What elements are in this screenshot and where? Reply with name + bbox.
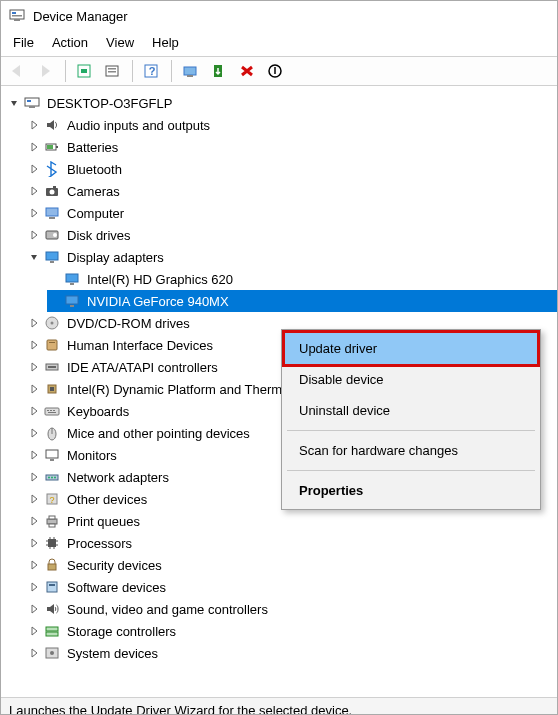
expand-icon[interactable]	[27, 448, 41, 462]
disable-button[interactable]	[262, 59, 288, 83]
category-label: System devices	[67, 646, 158, 661]
svg-rect-31	[70, 283, 74, 285]
expand-icon[interactable]	[27, 624, 41, 638]
tree-row-cat-16[interactable]: Print queues	[27, 510, 557, 532]
context-item-uninstall-device[interactable]: Uninstall device	[285, 395, 537, 426]
status-text: Launches the Update Driver Wizard for th…	[9, 703, 352, 716]
tree-row-cat-17[interactable]: Processors	[27, 532, 557, 554]
expand-icon[interactable]	[27, 426, 41, 440]
expand-icon[interactable]	[27, 646, 41, 660]
svg-rect-61	[48, 564, 56, 570]
forward-button[interactable]	[33, 59, 59, 83]
tree-row-cat-2[interactable]: Bluetooth	[27, 158, 557, 180]
display-icon	[63, 293, 81, 309]
svg-rect-33	[70, 305, 74, 307]
expand-icon[interactable]	[27, 536, 41, 550]
tree-row-cat-5[interactable]: Disk drives	[27, 224, 557, 246]
expand-icon[interactable]	[27, 602, 41, 616]
collapse-icon[interactable]	[7, 96, 21, 110]
context-item-disable-device[interactable]: Disable device	[285, 364, 537, 395]
category-label: Mice and other pointing devices	[67, 426, 250, 441]
tree-row-cat-1[interactable]: Batteries	[27, 136, 557, 158]
back-button[interactable]	[5, 59, 31, 83]
expand-icon[interactable]	[27, 140, 41, 154]
tree-row-root[interactable]: DESKTOP-O3FGFLP	[7, 92, 557, 114]
svg-rect-0	[10, 10, 24, 19]
svg-rect-39	[48, 366, 56, 368]
svg-rect-16	[27, 100, 31, 102]
display-icon	[63, 271, 81, 287]
menu-bar: File Action View Help	[1, 31, 557, 56]
category-label: Security devices	[67, 558, 162, 573]
expand-icon[interactable]	[27, 316, 41, 330]
svg-rect-7	[108, 68, 116, 70]
svg-point-53	[51, 477, 53, 479]
category-label: IDE ATA/ATAPI controllers	[67, 360, 218, 375]
svg-text:?: ?	[49, 495, 54, 505]
expand-icon[interactable]	[27, 558, 41, 572]
expand-icon[interactable]	[27, 382, 41, 396]
svg-rect-49	[46, 450, 58, 458]
tree-row-cat-6-child-1[interactable]: NVIDIA GeForce 940MX	[47, 290, 557, 312]
expand-icon[interactable]	[27, 228, 41, 242]
svg-text:?: ?	[149, 65, 156, 77]
expand-icon[interactable]	[27, 206, 41, 220]
svg-rect-30	[66, 274, 78, 282]
tree-row-cat-22[interactable]: System devices	[27, 642, 557, 664]
expand-icon[interactable]	[27, 514, 41, 528]
svg-rect-58	[49, 516, 55, 519]
expand-icon[interactable]	[27, 580, 41, 594]
context-item-scan-for-hardware-changes[interactable]: Scan for hardware changes	[285, 435, 537, 466]
tree-row-cat-3[interactable]: Cameras	[27, 180, 557, 202]
help-button[interactable]: ?	[139, 59, 165, 83]
expand-icon[interactable]	[27, 118, 41, 132]
scan-hardware-button[interactable]	[178, 59, 204, 83]
svg-rect-23	[53, 186, 56, 188]
cdrom-icon	[43, 315, 61, 331]
category-label: Bluetooth	[67, 162, 122, 177]
context-item-properties[interactable]: Properties	[285, 475, 537, 506]
category-label: Storage controllers	[67, 624, 176, 639]
svg-rect-50	[50, 459, 54, 461]
svg-rect-46	[48, 412, 56, 413]
update-driver-button[interactable]	[206, 59, 232, 83]
collapse-icon[interactable]	[27, 250, 41, 264]
expand-icon[interactable]	[27, 360, 41, 374]
toolbar: ?	[1, 56, 557, 86]
svg-rect-1	[12, 12, 16, 14]
tree-row-cat-20[interactable]: Sound, video and game controllers	[27, 598, 557, 620]
expand-icon[interactable]	[27, 162, 41, 176]
system-icon	[43, 645, 61, 661]
tree-row-cat-4[interactable]: Computer	[27, 202, 557, 224]
svg-rect-17	[29, 106, 35, 108]
expand-icon[interactable]	[27, 338, 41, 352]
svg-rect-62	[47, 582, 57, 592]
uninstall-button[interactable]	[234, 59, 260, 83]
category-label: Print queues	[67, 514, 140, 529]
tree-row-cat-6[interactable]: Display adapters	[27, 246, 557, 268]
expand-icon[interactable]	[27, 492, 41, 506]
expand-icon[interactable]	[27, 404, 41, 418]
tree-row-cat-6-child-0[interactable]: Intel(R) HD Graphics 620	[47, 268, 557, 290]
toolbar-separator	[65, 60, 66, 82]
tree-row-cat-18[interactable]: Security devices	[27, 554, 557, 576]
context-item-update-driver[interactable]: Update driver	[282, 330, 540, 367]
category-label: Sound, video and game controllers	[67, 602, 268, 617]
expand-icon[interactable]	[27, 470, 41, 484]
menu-view[interactable]: View	[106, 35, 134, 50]
battery-icon	[43, 139, 61, 155]
properties-button[interactable]	[100, 59, 126, 83]
tree-row-cat-21[interactable]: Storage controllers	[27, 620, 557, 642]
menu-help[interactable]: Help	[152, 35, 179, 50]
menu-action[interactable]: Action	[52, 35, 88, 50]
tree-row-cat-0[interactable]: Audio inputs and outputs	[27, 114, 557, 136]
expand-icon[interactable]	[27, 184, 41, 198]
show-hidden-button[interactable]	[72, 59, 98, 83]
other-icon: ?	[43, 491, 61, 507]
audio-icon	[43, 117, 61, 133]
tree-row-cat-19[interactable]: Software devices	[27, 576, 557, 598]
svg-rect-42	[45, 408, 59, 415]
device-label: NVIDIA GeForce 940MX	[87, 294, 229, 309]
menu-file[interactable]: File	[13, 35, 34, 50]
security-icon	[43, 557, 61, 573]
